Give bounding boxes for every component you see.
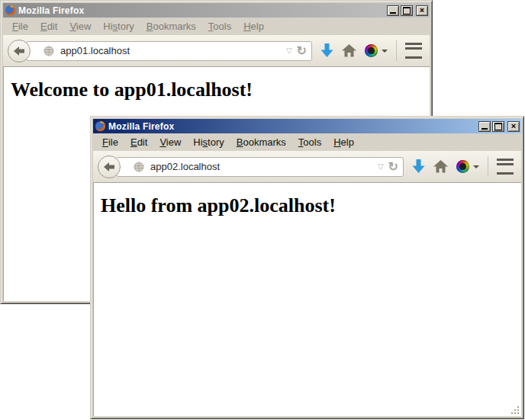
toolbar-separator [488, 156, 488, 177]
page-content: Hello from app02.localhost! [93, 183, 521, 416]
menu-bookmarks[interactable]: Bookmarks [230, 135, 292, 149]
back-arrow-icon [104, 162, 114, 172]
chevron-down-icon [473, 165, 479, 172]
search-engine-button[interactable] [365, 44, 388, 57]
menu-help[interactable]: Help [237, 19, 270, 34]
color-wheel-icon [456, 160, 469, 173]
menu-file[interactable]: File [96, 135, 124, 149]
home-button[interactable] [433, 160, 448, 173]
page-heading: Hello from app02.localhost! [101, 194, 521, 217]
navigation-toolbar: ▽ ↻ [93, 151, 521, 183]
maximize-button[interactable] [492, 121, 504, 132]
menu-view[interactable]: View [63, 19, 97, 34]
window-controls: × [478, 121, 520, 132]
close-button[interactable]: × [507, 121, 520, 132]
window-controls: × [387, 5, 428, 16]
resize-grip[interactable] [511, 406, 521, 416]
navigation-toolbar: ▽ ↻ [3, 35, 430, 67]
firefox-icon[interactable] [5, 5, 16, 16]
maximize-button[interactable] [401, 5, 413, 16]
menu-view[interactable]: View [153, 135, 187, 149]
back-button[interactable] [98, 155, 121, 178]
minimize-button[interactable] [387, 5, 399, 16]
url-bar[interactable]: ▽ ↻ [26, 41, 312, 61]
window-title: Mozilla Firefox [108, 121, 476, 132]
toolbar-separator [396, 40, 397, 61]
color-wheel-icon [365, 44, 378, 57]
menu-tools[interactable]: Tools [292, 135, 327, 149]
menu-history[interactable]: History [187, 135, 230, 149]
minimize-icon [482, 128, 488, 130]
download-arrow-icon [412, 159, 425, 174]
menu-edit[interactable]: Edit [34, 19, 63, 34]
globe-site-icon[interactable] [134, 162, 144, 172]
minimize-button[interactable] [478, 121, 491, 132]
menu-button[interactable] [405, 43, 422, 59]
menu-file[interactable]: File [6, 19, 34, 34]
downloads-button[interactable] [320, 43, 333, 58]
home-button[interactable] [342, 44, 356, 57]
urlbar-dropdown-icon[interactable]: ▽ [286, 47, 292, 55]
titlebar[interactable]: Mozilla Firefox × [93, 119, 521, 133]
urlbar-dropdown-icon[interactable]: ▽ [378, 163, 384, 171]
chevron-down-icon [382, 50, 388, 56]
menu-bookmarks[interactable]: Bookmarks [140, 19, 202, 34]
window-title: Mozilla Firefox [18, 5, 385, 16]
home-icon [342, 44, 356, 57]
menu-edit[interactable]: Edit [124, 135, 153, 149]
menubar: File Edit View History Bookmarks Tools H… [93, 133, 521, 151]
menu-tools[interactable]: Tools [202, 19, 237, 34]
menu-help[interactable]: Help [327, 135, 360, 149]
page-heading: Welcome to app01.localhost! [11, 79, 430, 101]
firefox-icon[interactable] [95, 120, 106, 132]
reload-button[interactable]: ↻ [388, 161, 398, 173]
home-icon [433, 160, 448, 173]
menu-history[interactable]: History [97, 19, 140, 34]
url-bar[interactable]: ▽ ↻ [116, 157, 404, 177]
back-button[interactable] [8, 40, 31, 63]
maximize-icon [403, 7, 411, 14]
reload-button[interactable]: ↻ [297, 45, 307, 57]
search-engine-button[interactable] [456, 160, 479, 173]
browser-window-app02: Mozilla Firefox × File Edit View History… [90, 116, 524, 419]
url-input[interactable] [149, 160, 373, 173]
downloads-button[interactable] [412, 159, 425, 174]
menubar: File Edit View History Bookmarks Tools H… [3, 18, 430, 35]
url-input[interactable] [59, 44, 282, 57]
maximize-icon [494, 123, 502, 130]
menu-button[interactable] [497, 159, 514, 175]
titlebar[interactable]: Mozilla Firefox × [3, 3, 430, 18]
download-arrow-icon [320, 43, 333, 58]
back-arrow-icon [14, 46, 24, 56]
minimize-icon [390, 12, 396, 14]
close-button[interactable]: × [416, 5, 428, 16]
globe-site-icon[interactable] [43, 46, 54, 56]
